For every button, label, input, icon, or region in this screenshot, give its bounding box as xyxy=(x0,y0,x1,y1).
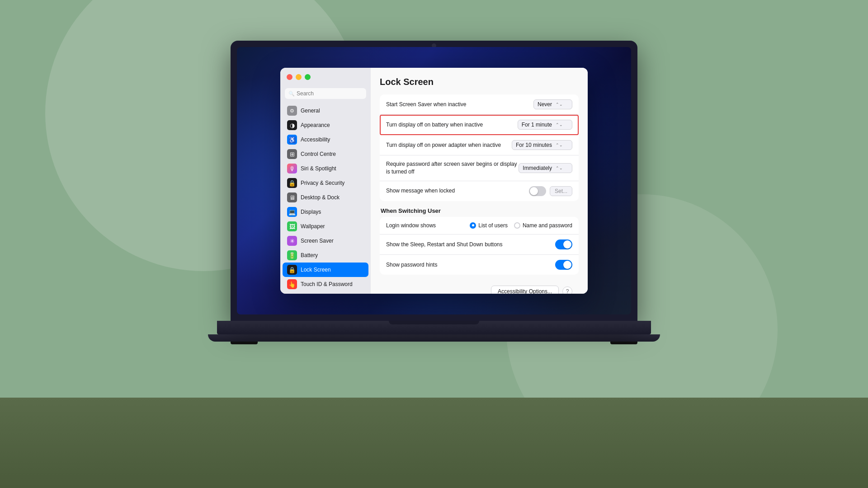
search-container: 🔍 xyxy=(280,88,371,103)
sidebar-item-general[interactable]: ⚙ General xyxy=(283,103,368,118)
page-title: Lock Screen xyxy=(380,77,579,87)
laptop-bottom xyxy=(217,321,651,334)
radio-name-password[interactable]: Name and password xyxy=(514,222,572,229)
show-message-toggle[interactable] xyxy=(529,186,546,196)
password-hints-label: Show password hints xyxy=(386,261,437,269)
sidebar-item-lockscreen[interactable]: 🔒 Lock Screen xyxy=(283,263,368,277)
laptop: 🔍 ⚙ General ◑ Appearance ♿ Acces xyxy=(208,41,660,447)
battery-off-value: For 1 minute xyxy=(522,122,552,128)
sidebar-item-control-centre[interactable]: ⊞ Control Centre xyxy=(283,147,368,161)
fullscreen-button[interactable] xyxy=(305,74,311,80)
set-message-button[interactable]: Set... xyxy=(550,186,572,196)
screen-saver-value: Never xyxy=(538,101,552,108)
login-window-row: Login window shows List of users Name an… xyxy=(380,217,579,235)
password-hints-row: Show password hints xyxy=(380,255,579,275)
radio-circle-name xyxy=(514,222,520,229)
battery-off-label: Turn display off on battery when inactiv… xyxy=(386,121,483,129)
show-message-control: Set... xyxy=(529,186,572,196)
accessibility-icon: ♿ xyxy=(287,135,297,145)
require-password-label: Require password after screen saver begi… xyxy=(386,160,519,176)
battery-off-row: Turn display off on battery when inactiv… xyxy=(380,115,579,135)
displays-icon: 💻 xyxy=(287,207,297,217)
search-input[interactable] xyxy=(285,88,366,99)
sidebar-item-appearance[interactable]: ◑ Appearance xyxy=(283,118,368,132)
laptop-feet xyxy=(212,342,656,344)
sidebar-item-desktop[interactable]: 🖥 Desktop & Dock xyxy=(283,190,368,205)
system-preferences-window: 🔍 ⚙ General ◑ Appearance ♿ Acces xyxy=(280,68,588,294)
login-window-radio-group: List of users Name and password xyxy=(470,222,572,229)
siri-icon: 🎙 xyxy=(287,164,297,174)
laptop-screen: 🔍 ⚙ General ◑ Appearance ♿ Acces xyxy=(237,47,631,314)
adapter-off-row: Turn display off on power adapter when i… xyxy=(380,135,579,155)
sleep-restart-control xyxy=(555,239,572,249)
radio-label-name: Name and password xyxy=(523,222,572,229)
sidebar-label-privacy: Privacy & Security xyxy=(301,180,344,186)
sidebar-item-siri[interactable]: 🎙 Siri & Spotlight xyxy=(283,161,368,176)
require-password-row: Require password after screen saver begi… xyxy=(380,155,579,181)
toggle-knob xyxy=(530,187,538,195)
window-controls xyxy=(287,74,311,80)
require-password-arrow: ⌃⌄ xyxy=(556,166,563,170)
privacy-icon: 🔒 xyxy=(287,178,297,188)
sleep-restart-toggle[interactable] xyxy=(555,239,572,249)
login-window-label: Login window shows xyxy=(386,222,436,230)
control-centre-icon: ⊞ xyxy=(287,149,297,159)
radio-circle-list xyxy=(470,222,476,229)
screen-saver-select[interactable]: Never ⌃⌄ xyxy=(533,99,572,109)
adapter-off-arrow: ⌃⌄ xyxy=(556,143,563,147)
sidebar-item-users[interactable]: 👥 Users & Groups xyxy=(283,291,368,294)
sidebar-item-displays[interactable]: 💻 Displays xyxy=(283,205,368,219)
screen-bezel: 🔍 ⚙ General ◑ Appearance ♿ Acces xyxy=(231,41,637,321)
sidebar-item-battery[interactable]: 🔋 Battery xyxy=(283,248,368,263)
adapter-off-select[interactable]: For 10 minutes ⌃⌄ xyxy=(512,140,572,150)
laptop-hinge xyxy=(389,321,479,324)
battery-off-control: For 1 minute ⌃⌄ xyxy=(518,120,572,130)
require-password-value: Immediately xyxy=(523,165,552,171)
screensaver-icon: ✳ xyxy=(287,236,297,246)
foot-left xyxy=(231,342,258,344)
lockscreen-icon: 🔒 xyxy=(287,265,297,275)
sidebar-item-privacy[interactable]: 🔒 Privacy & Security xyxy=(283,176,368,190)
footer-bar: Accessibility Options... ? xyxy=(380,281,579,294)
touchid-icon: 👆 xyxy=(287,279,297,289)
sidebar-label-lockscreen: Lock Screen xyxy=(301,267,331,273)
minimize-button[interactable] xyxy=(296,74,302,80)
laptop-base xyxy=(208,334,660,342)
sidebar-label-accessibility: Accessibility xyxy=(301,136,330,143)
search-wrapper: 🔍 xyxy=(285,88,366,99)
battery-off-arrow: ⌃⌄ xyxy=(556,122,563,127)
radio-label-list: List of users xyxy=(478,222,508,229)
desktop-icon: 🖥 xyxy=(287,192,297,202)
require-password-select[interactable]: Immediately ⌃⌄ xyxy=(519,163,572,173)
accessibility-options-button[interactable]: Accessibility Options... xyxy=(491,286,559,294)
screen-saver-arrow: ⌃⌄ xyxy=(556,102,563,107)
battery-off-select[interactable]: For 1 minute ⌃⌄ xyxy=(518,120,572,130)
sidebar-label-touchid: Touch ID & Password xyxy=(301,281,353,287)
general-icon: ⚙ xyxy=(287,106,297,116)
adapter-off-label: Turn display off on power adapter when i… xyxy=(386,141,501,149)
show-message-row: Show message when locked Set... xyxy=(380,181,579,201)
appearance-icon: ◑ xyxy=(287,120,297,130)
sidebar-label-desktop: Desktop & Dock xyxy=(301,194,340,201)
sidebar-item-wallpaper[interactable]: 🖼 Wallpaper xyxy=(283,219,368,234)
switching-settings-section: Login window shows List of users Name an… xyxy=(380,217,579,275)
password-hints-toggle[interactable] xyxy=(555,260,572,270)
sidebar-item-accessibility[interactable]: ♿ Accessibility xyxy=(283,132,368,147)
sidebar-label-wallpaper: Wallpaper xyxy=(301,223,325,230)
password-hints-control xyxy=(555,260,572,270)
switching-section-header: When Switching User xyxy=(381,207,579,214)
main-content: Lock Screen Start Screen Saver when inac… xyxy=(371,68,588,294)
radio-list-of-users[interactable]: List of users xyxy=(470,222,508,229)
sidebar: 🔍 ⚙ General ◑ Appearance ♿ Acces xyxy=(280,68,371,294)
sidebar-label-general: General xyxy=(301,108,320,114)
help-button[interactable]: ? xyxy=(562,286,572,294)
wallpaper-icon: 🖼 xyxy=(287,221,297,231)
close-button[interactable] xyxy=(287,74,292,80)
battery-icon: 🔋 xyxy=(287,250,297,260)
sidebar-item-screensaver[interactable]: ✳ Screen Saver xyxy=(283,234,368,248)
sidebar-label-displays: Displays xyxy=(301,209,321,215)
show-message-label: Show message when locked xyxy=(386,187,455,195)
sidebar-item-touchid[interactable]: 👆 Touch ID & Password xyxy=(283,277,368,291)
sleep-restart-knob xyxy=(563,240,571,249)
screen-saver-row: Start Screen Saver when inactive Never ⌃… xyxy=(380,94,579,115)
